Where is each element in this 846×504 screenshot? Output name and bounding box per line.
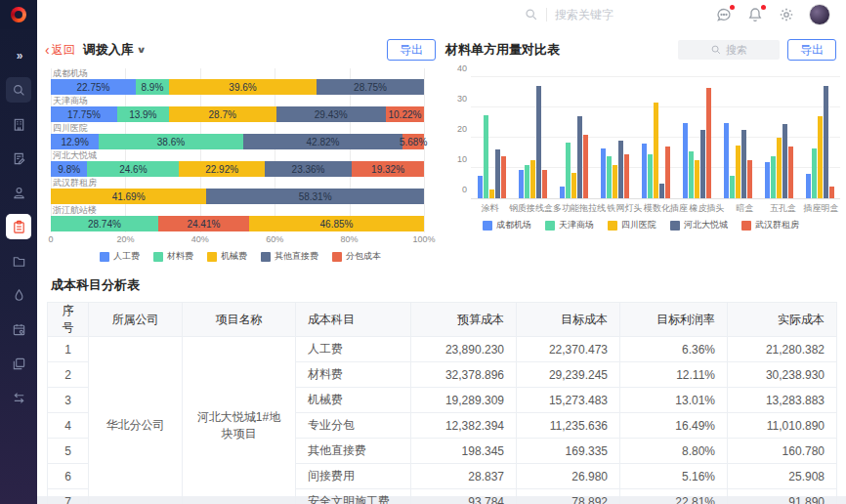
user-avatar[interactable] (809, 4, 830, 25)
cell-no: 6 (48, 464, 89, 489)
cell-target: 15,273.483 (517, 388, 620, 413)
bar (747, 160, 752, 198)
x-tick-label: 80% (341, 234, 359, 244)
bar (700, 130, 705, 198)
global-search[interactable]: 搜索关键字 (525, 7, 613, 23)
bar-segment: 24.6% (87, 161, 179, 177)
search-icon (710, 44, 722, 56)
cell-margin: 5.16% (620, 464, 728, 489)
legend-swatch (545, 221, 555, 231)
cell-margin: 13.01% (620, 388, 728, 413)
cell-subject: 材料费 (296, 362, 411, 388)
legend-item[interactable]: 材料费 (153, 250, 193, 263)
app-logo[interactable] (0, 0, 37, 29)
bar (648, 154, 653, 198)
alerts-button[interactable] (746, 6, 764, 23)
cell-no: 5 (48, 439, 89, 464)
sidebar-item-files[interactable] (6, 248, 31, 273)
legend-label: 其他直接费 (275, 250, 318, 263)
settings-button[interactable] (778, 6, 795, 23)
cell-target: 169.335 (517, 439, 620, 464)
cell-no: 3 (48, 388, 89, 413)
bar (618, 141, 623, 198)
legend-swatch (261, 252, 271, 262)
column-header: 项目名称 (183, 303, 296, 337)
bar-group (471, 78, 512, 198)
legend-swatch (741, 221, 751, 231)
export-button-left[interactable]: 导出 (387, 39, 436, 61)
export-button-right[interactable]: 导出 (787, 39, 836, 61)
cell-target: 78.892 (517, 489, 620, 504)
legend-item[interactable]: 天津商场 (545, 219, 594, 231)
legend-label: 分包成本 (346, 250, 381, 263)
bar (642, 144, 647, 198)
search-icon (525, 8, 538, 21)
legend-item[interactable]: 机械费 (207, 250, 247, 263)
bar-segment: 22.92% (179, 161, 265, 177)
cell-no: 4 (48, 413, 89, 439)
cell-subject: 间接费用 (296, 464, 411, 489)
x-tick-label: 0 (48, 234, 53, 244)
sidebar-item-cost-active[interactable] (6, 214, 31, 239)
messages-button[interactable] (715, 6, 733, 23)
back-link[interactable]: ‹ 返回 (45, 42, 75, 59)
category-label: 天津商场 (51, 96, 424, 106)
bar (560, 187, 565, 198)
column-header: 所属公司 (89, 303, 183, 337)
cell-target: 29,239.245 (517, 362, 620, 388)
bar (683, 123, 688, 199)
category-label: 河北大悦城 (51, 150, 424, 161)
panel-search-input[interactable]: 搜索 (678, 40, 780, 60)
column-header: 序号 (48, 303, 89, 337)
cell-budget: 19,289.309 (411, 388, 517, 413)
bar (765, 162, 770, 198)
legend-item[interactable]: 成都机场 (483, 219, 531, 231)
bar (536, 86, 541, 198)
bar (495, 149, 500, 198)
bar-group (758, 78, 799, 198)
panel-search-placeholder: 搜索 (726, 43, 747, 58)
legend-item[interactable]: 其他直接费 (261, 250, 318, 263)
report-title-dropdown[interactable]: 调拨入库 ∨ (83, 41, 145, 59)
sidebar-item-documents[interactable] (6, 146, 31, 171)
bar-segment: 46.85% (249, 216, 424, 231)
column-header: 成本科目 (296, 303, 411, 337)
stacked-bar-row: 浙江航站楼28.74%24.41%46.85% (51, 205, 424, 231)
cell-margin: 12.11% (620, 362, 728, 388)
cost-analysis-table: 序号所属公司项目名称成本科目预算成本目标成本目标利润率实际成本 1华北分公司河北… (47, 302, 837, 504)
bar (783, 124, 787, 198)
bar-segment: 5.68% (402, 134, 424, 149)
transfer-inbound-panel: ‹ 返回 调拨入库 ∨ 导出 成都机场22.75%8.9%39.6%28.75%… (45, 37, 436, 263)
cell-margin: 16.49% (620, 413, 728, 439)
sidebar-item-schedule[interactable] (6, 316, 31, 342)
bar (571, 173, 576, 198)
y-tick-label: 20 (449, 124, 467, 134)
category-label: 武汉群租房 (51, 178, 424, 189)
sidebar-item-copies[interactable] (6, 351, 31, 376)
logo-ring-icon (11, 7, 26, 22)
x-tick-label: 橡皮插头 (688, 202, 726, 215)
sidebar-item-transfer[interactable] (6, 385, 31, 410)
bar-segment: 19.32% (352, 161, 424, 177)
search-placeholder: 搜索关键字 (555, 7, 613, 23)
sidebar-expand-button[interactable]: » (6, 43, 31, 68)
app-root: 搜索关键字 » (0, 0, 846, 504)
material-usage-panel: 材料单方用量对比表 搜索 导出 010203040 涂料钢质接线盒多功能拖拉线铁… (445, 37, 836, 263)
legend-item[interactable]: 四川医院 (608, 219, 656, 231)
sidebar-item-search[interactable] (6, 77, 31, 103)
side-nav: » (0, 29, 37, 504)
stacked-bar: 9.8%24.6%22.92%23.36%19.32% (51, 161, 424, 177)
cell-subject: 机械费 (296, 388, 411, 413)
legend-item[interactable]: 河北大悦城 (670, 219, 728, 231)
legend-item[interactable]: 分包成本 (332, 250, 381, 263)
sidebar-item-materials[interactable] (6, 282, 31, 308)
legend-item[interactable]: 人工费 (100, 250, 140, 263)
folder-icon (12, 254, 26, 269)
sidebar-item-company[interactable] (6, 111, 31, 137)
legend-item[interactable]: 武汉群租房 (741, 219, 799, 231)
cell-actual: 13,283.883 (728, 388, 837, 413)
bar (525, 165, 529, 198)
sidebar-item-users[interactable] (6, 180, 31, 205)
divider (546, 8, 547, 21)
main-content: ‹ 返回 调拨入库 ∨ 导出 成都机场22.75%8.9%39.6%28.75%… (37, 29, 846, 496)
